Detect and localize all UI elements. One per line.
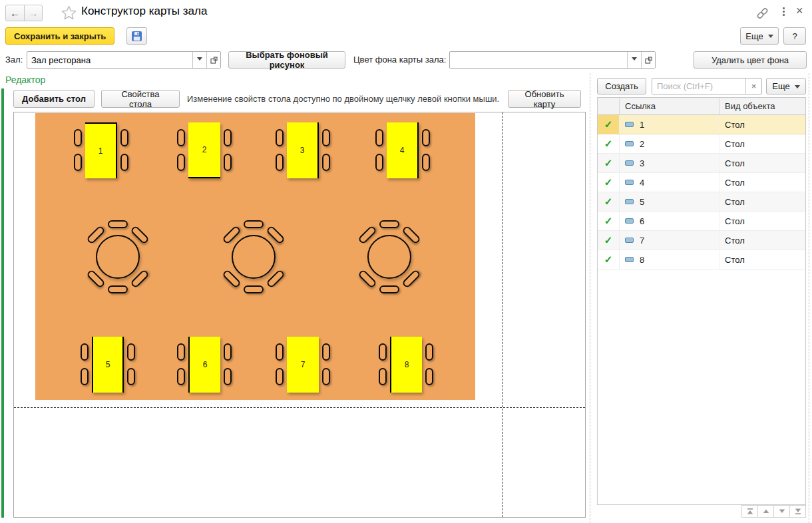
hall-input[interactable] bbox=[27, 52, 192, 68]
table-properties-button[interactable]: Свойства стола bbox=[101, 90, 180, 108]
chair-icon bbox=[322, 343, 330, 361]
hall-dropdown-button[interactable] bbox=[192, 52, 206, 68]
toolbar-more-button[interactable]: Еще bbox=[740, 27, 779, 45]
chair-icon bbox=[375, 129, 383, 146]
create-label: Создать bbox=[605, 81, 638, 91]
rect-table-4[interactable]: 4 bbox=[387, 122, 419, 178]
add-table-button[interactable]: Добавить стол bbox=[13, 90, 95, 108]
rect-table-3[interactable]: 3 bbox=[287, 122, 319, 178]
panel-splitter-right[interactable] bbox=[809, 73, 809, 523]
favorite-star-icon[interactable] bbox=[61, 5, 77, 20]
save-and-close-button[interactable]: Сохранить и закрыть bbox=[5, 27, 114, 45]
table-row[interactable]: ✓6Стол bbox=[598, 212, 805, 231]
search-box: × bbox=[652, 78, 762, 94]
get-link-icon[interactable] bbox=[756, 7, 769, 19]
search-input[interactable] bbox=[652, 79, 745, 94]
scroll-to-top-button[interactable] bbox=[741, 505, 758, 518]
table-row[interactable]: ✓8Стол bbox=[598, 250, 805, 269]
chair-icon bbox=[379, 368, 387, 385]
hall-map-constructor-window: ← → Конструктор карты зала × Сохранить и… bbox=[0, 0, 812, 523]
rect-table-2[interactable]: 2 bbox=[188, 122, 220, 178]
chair-icon bbox=[276, 368, 284, 385]
panel-splitter-left[interactable] bbox=[590, 73, 590, 523]
row-type-cell: Стол bbox=[719, 173, 807, 192]
list-scroll-buttons bbox=[742, 505, 806, 518]
chair-icon bbox=[177, 343, 185, 361]
row-ref-cell: 4 bbox=[620, 173, 719, 192]
table-ref-icon bbox=[625, 160, 634, 166]
hall-canvas[interactable]: 12345678 bbox=[13, 112, 586, 518]
scroll-up-button[interactable] bbox=[757, 505, 774, 518]
back-button[interactable]: ← bbox=[6, 5, 24, 21]
row-ref-cell: 5 bbox=[620, 192, 719, 211]
rect-table-1[interactable]: 1 bbox=[85, 122, 117, 178]
row-ref-cell: 7 bbox=[620, 231, 719, 250]
hall-choose-button[interactable] bbox=[206, 52, 220, 68]
create-button[interactable]: Создать bbox=[597, 78, 646, 94]
hall-label: Зал: bbox=[5, 55, 23, 65]
chair-icon bbox=[322, 129, 330, 146]
row-check-cell: ✓ bbox=[598, 231, 620, 250]
chair-icon bbox=[224, 154, 232, 171]
chair-icon bbox=[120, 154, 128, 171]
page-break-vertical bbox=[502, 112, 503, 517]
remove-bg-color-button[interactable]: Удалить цвет фона bbox=[694, 51, 807, 69]
help-button[interactable]: ? bbox=[783, 27, 806, 45]
chair-icon bbox=[379, 220, 399, 228]
column-header-check[interactable] bbox=[598, 98, 620, 114]
table-row[interactable]: ✓2Стол bbox=[598, 134, 805, 154]
checkmark-icon: ✓ bbox=[604, 157, 613, 169]
search-clear-button[interactable]: × bbox=[745, 79, 761, 94]
row-ref-cell: 8 bbox=[620, 250, 719, 269]
table-label: 3 bbox=[300, 146, 305, 155]
chair-icon bbox=[422, 129, 430, 146]
scroll-down-button[interactable] bbox=[773, 505, 790, 518]
ref-number: 4 bbox=[640, 178, 644, 188]
table-row[interactable]: ✓1Стол bbox=[598, 115, 805, 134]
column-header-ref[interactable]: Ссылка bbox=[620, 98, 719, 114]
table-ref-icon bbox=[625, 141, 634, 146]
table-ref-icon bbox=[625, 238, 634, 243]
chair-icon bbox=[379, 285, 399, 293]
save-button[interactable] bbox=[126, 27, 147, 45]
bg-color-choose-button[interactable] bbox=[641, 52, 655, 68]
chair-icon bbox=[276, 154, 284, 171]
column-header-type[interactable]: Вид объекта bbox=[719, 98, 807, 114]
checkmark-icon: ✓ bbox=[604, 138, 613, 150]
choose-background-button[interactable]: Выбрать фоновый рисунок bbox=[228, 51, 345, 69]
refresh-map-label: Обновить карту bbox=[516, 89, 572, 109]
round-table-1[interactable] bbox=[96, 235, 140, 279]
chair-icon bbox=[177, 368, 185, 385]
chair-icon bbox=[108, 285, 128, 293]
ref-number: 2 bbox=[640, 139, 644, 149]
close-icon[interactable]: × bbox=[796, 4, 803, 18]
table-row[interactable]: ✓5Стол bbox=[598, 192, 805, 212]
refresh-map-button[interactable]: Обновить карту bbox=[508, 90, 581, 108]
list-more-button[interactable]: Еще bbox=[766, 78, 806, 94]
more-menu-icon[interactable] bbox=[783, 7, 785, 16]
checkmark-icon: ✓ bbox=[604, 118, 613, 130]
rect-table-6[interactable]: 6 bbox=[188, 337, 220, 393]
table-label: 5 bbox=[106, 360, 110, 369]
table-row[interactable]: ✓3Стол bbox=[598, 154, 805, 173]
row-check-cell: ✓ bbox=[598, 134, 620, 153]
rect-table-8[interactable]: 8 bbox=[390, 337, 422, 393]
scroll-to-bottom-button[interactable] bbox=[789, 505, 806, 518]
down-icon bbox=[778, 508, 786, 515]
rect-table-5[interactable]: 5 bbox=[92, 337, 124, 393]
table-row[interactable]: ✓4Стол bbox=[598, 173, 805, 192]
chair-icon bbox=[425, 368, 433, 385]
table-ref-icon bbox=[625, 122, 634, 127]
round-table-2[interactable] bbox=[232, 235, 276, 279]
bg-color-dropdown-button[interactable] bbox=[627, 52, 641, 68]
more-label: Еще bbox=[772, 81, 789, 91]
editor-section-title: Редактор bbox=[5, 75, 45, 85]
bg-color-label: Цвет фона карты зала: bbox=[353, 55, 446, 65]
round-table-3[interactable] bbox=[367, 235, 411, 279]
bg-color-input[interactable] bbox=[450, 52, 627, 68]
table-row[interactable]: ✓7Стол bbox=[598, 231, 805, 250]
chair-icon bbox=[177, 154, 185, 171]
rect-table-7[interactable]: 7 bbox=[287, 337, 319, 393]
add-table-label: Добавить стол bbox=[22, 94, 86, 104]
forward-button[interactable]: → bbox=[24, 5, 42, 21]
